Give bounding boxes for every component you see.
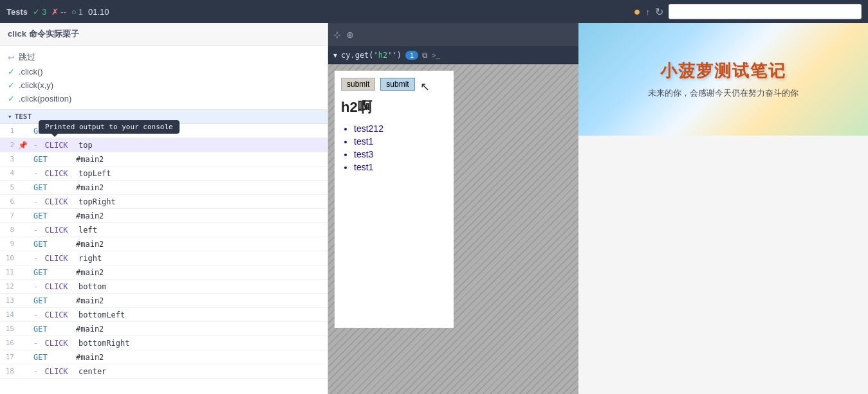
value-13: #main2 (73, 296, 104, 305)
test-group-header: ▾ TEST (0, 110, 328, 124)
row-num-4: 4 (0, 169, 18, 177)
row-num-1: 1 (0, 127, 18, 135)
test-group-label: TEST (15, 112, 32, 121)
row-num-10: 10 (0, 254, 18, 262)
log-row-14[interactable]: 14 - CLICK bottomLeft (0, 308, 328, 322)
terminal-button[interactable]: >_ (432, 51, 440, 59)
top-bar: Tests ✓ 3 ✗ -- ○ 1 01.10 ● ↑ ↻ (0, 0, 868, 23)
refresh-button[interactable]: ↻ (655, 6, 663, 18)
log-row-7[interactable]: 7 GET #main2 (0, 209, 328, 223)
list-item-1: test1 (354, 135, 447, 148)
content-list: test212 test1 test3 test1 (341, 122, 447, 174)
log-row-13[interactable]: 13 GET #main2 (0, 294, 328, 308)
log-row-18[interactable]: 18 - CLICK center (0, 364, 328, 379)
method-1: GET (28, 127, 73, 136)
log-row-9[interactable]: 9 GET #main2 (0, 237, 328, 251)
log-row-6[interactable]: 6 - CLICK topRight (0, 195, 328, 209)
submit-button-2[interactable]: submit (380, 78, 414, 91)
button-row: submit submit ↖ (341, 77, 447, 91)
method-4: - CLICK (28, 169, 73, 178)
section-title: click 命令实际栗子 (8, 29, 79, 39)
value-18: center (76, 367, 106, 376)
badge-pass: ✓ 3 (33, 7, 46, 17)
nav-item-click-plain[interactable]: ✓ .click() (8, 65, 320, 78)
method-6: - CLICK (28, 197, 73, 206)
check-icon-1: ✓ (8, 67, 15, 76)
value-9: #main2 (73, 240, 104, 249)
browser-toolbar: ⊹ ⊕ (328, 23, 578, 46)
log-row-12[interactable]: 12 - CLICK bottom (0, 280, 328, 294)
top-bar-right: ● ↑ ↻ (634, 4, 862, 19)
log-row-5[interactable]: 5 GET #main2 (0, 181, 328, 195)
log-row-17[interactable]: 17 GET #main2 (0, 350, 328, 364)
value-15: #main2 (73, 325, 104, 334)
value-8: left (76, 226, 97, 235)
selector-tag: h2 (378, 51, 387, 60)
url-input[interactable] (669, 4, 862, 19)
h2-heading: h2啊 (341, 98, 447, 117)
middle-panel: ⊹ ⊕ ▾ cy.get('h2'') 1 ⧉ >_ submit submit… (328, 23, 578, 394)
value-3: #main2 (73, 155, 104, 164)
log-row-10[interactable]: 10 - CLICK right (0, 251, 328, 265)
method-10: - CLICK (28, 254, 73, 263)
row-num-3: 3 (0, 155, 18, 163)
cross-icon: ✗ (51, 7, 59, 17)
submit-button-1[interactable]: submit (341, 78, 375, 91)
value-12: bottom (76, 282, 106, 291)
nav-item-click-xy[interactable]: ✓ .click(x,y) (8, 78, 320, 92)
method-15: GET (28, 325, 73, 334)
badge-fail: ✗ -- (51, 7, 66, 17)
left-panel: click 命令实际栗子 ↩ 跳过 ✓ .click() ✓ .click(x,… (0, 23, 328, 394)
method-17: GET (28, 353, 73, 362)
banner-rest (578, 136, 868, 394)
method-9: GET (28, 240, 73, 249)
check-icon: ✓ (33, 7, 40, 17)
row-num-5: 5 (0, 183, 18, 192)
row-num-13: 13 (0, 296, 18, 305)
log-row-15[interactable]: 15 GET #main2 (0, 322, 328, 336)
value-16: bottomRight (76, 339, 129, 348)
orange-dot: ● (634, 5, 641, 19)
crosshair-button[interactable]: ⊕ (346, 30, 354, 40)
method-18: - CLICK (28, 367, 73, 376)
log-row-11[interactable]: 11 GET #main2 (0, 265, 328, 280)
tests-label: Tests (6, 7, 28, 17)
log-row-3[interactable]: 3 GET #main2 (0, 152, 328, 166)
log-row-1[interactable]: 1 GET #main2 (0, 124, 328, 138)
method-12: - CLICK (28, 282, 73, 291)
nav-click-position-label: .click(position) (19, 94, 71, 103)
nav-item-skip[interactable]: ↩ 跳过 (8, 49, 320, 65)
chevron-selector: ▾ (333, 51, 337, 60)
right-panel: 小菠萝测试笔记 未来的你，会感谢今天仍在努力奋斗的你 (578, 23, 868, 394)
inspect-button[interactable]: ⊹ (333, 30, 341, 40)
method-13: GET (28, 296, 73, 305)
nav-item-click-position[interactable]: ✓ .click(position) (8, 92, 320, 105)
nav-skip-label: 跳过 (19, 51, 35, 63)
cursor-arrow: ↖ (420, 80, 430, 94)
top-bar-left: Tests ✓ 3 ✗ -- ○ 1 01.10 (6, 7, 109, 17)
list-item-3: test1 (354, 161, 447, 174)
selector-suffix: ') (392, 51, 401, 60)
badge-pending: ○ 1 (71, 7, 83, 17)
row-num-6: 6 (0, 197, 18, 206)
value-14: bottomLeft (76, 310, 125, 319)
log-row-2[interactable]: 2 📌 - CLICK top Printed output to your c… (0, 138, 328, 152)
banner-subtitle: 未来的你，会感谢今天仍在努力奋斗的你 (648, 87, 799, 99)
method-5: GET (28, 183, 73, 192)
value-11: #main2 (73, 268, 104, 277)
check-icon-2: ✓ (8, 80, 15, 90)
copy-button[interactable]: ⧉ (422, 51, 428, 60)
log-row-8[interactable]: 8 - CLICK left (0, 223, 328, 237)
log-row-16[interactable]: 16 - CLICK bottomRight (0, 336, 328, 350)
method-7: GET (28, 211, 73, 220)
log-row-4[interactable]: 4 - CLICK topLeft (0, 166, 328, 181)
cy-selector-bar: ▾ cy.get('h2'') 1 ⧉ >_ (328, 46, 578, 64)
row-num-12: 12 (0, 282, 18, 291)
circle-icon: ○ (71, 7, 77, 17)
row-num-2: 2 (0, 141, 18, 149)
method-3: GET (28, 155, 73, 164)
value-5: #main2 (73, 183, 104, 192)
banner-title: 小菠萝测试笔记 (660, 60, 786, 82)
method-16: - CLICK (28, 339, 73, 348)
value-1: #main2 (73, 127, 104, 136)
